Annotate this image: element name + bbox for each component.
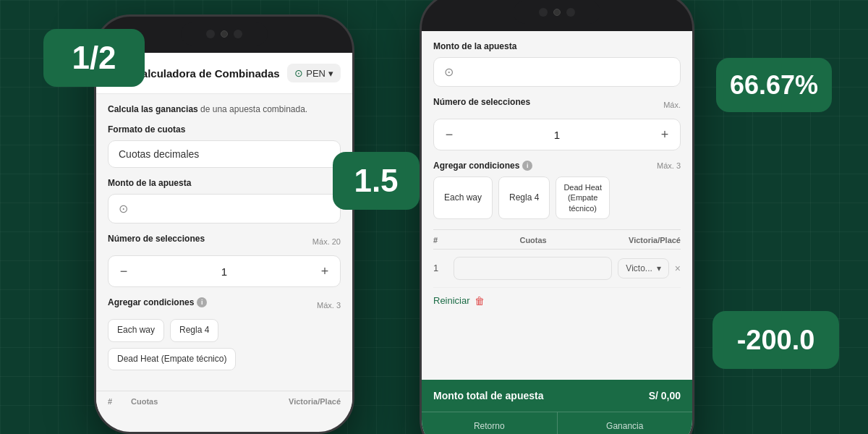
conditions-max: Máx. 3 (317, 301, 341, 310)
summary-total-label: Monto total de apuesta (433, 390, 543, 401)
subtitle-rest: de una apuesta combinada. (200, 104, 307, 114)
badge-half: 1/2 (43, 29, 145, 87)
stepper-value: 1 (139, 265, 310, 278)
dollar-icon: ⊙ (119, 202, 128, 216)
right-row-num: 1 (433, 263, 448, 273)
badge-half-text: 1/2 (72, 40, 116, 76)
selections-stepper: − 1 + (108, 255, 341, 287)
right-stepper-value: 1 (464, 129, 650, 141)
badge-negative-text: -200.0 (737, 325, 815, 356)
summary-ganancia-col: Ganancia S/ 0,00 (558, 412, 693, 434)
right-selections-row: Número de selecciones Máx. (433, 97, 681, 113)
phone-notch (181, 22, 268, 46)
right-form-body: Monto de la apuesta ⊙ Número de seleccio… (422, 31, 692, 324)
notch-camera (221, 30, 228, 38)
victoria-value: Victo... (626, 263, 652, 273)
summary-retorno-col: Retorno S/ 0,00 (422, 412, 558, 434)
stepper-increment[interactable]: + (310, 256, 340, 286)
chevron-down-icon: ▾ (328, 68, 333, 79)
right-th-cuotas: Cuotas (519, 236, 546, 244)
right-table-row: 1 Victo... ▾ × (433, 250, 681, 288)
notch-dot (206, 30, 215, 38)
badge-percent: 66.67% (716, 58, 832, 112)
ganancia-label: Ganancia (569, 421, 681, 431)
amount-input[interactable]: ⊙ (108, 194, 341, 224)
format-input[interactable]: Cuotas decimales (108, 140, 341, 168)
condition-regla4[interactable]: Regla 4 (170, 319, 218, 342)
reiniciar-row: Reiniciar 🗑 (433, 288, 681, 314)
conditions-header: Agregar condiciones i Máx. 3 (108, 297, 341, 313)
right-stepper: − 1 + (433, 119, 681, 150)
badge-negative: -200.0 (712, 311, 839, 369)
right-row-close[interactable]: × (675, 263, 681, 274)
selections-max: Máx. 20 (312, 237, 341, 246)
right-phone-notch (514, 1, 600, 24)
stepper-decrement[interactable]: − (109, 256, 139, 286)
right-conditions-section: Agregar condiciones i Máx. 3 Each way Re… (433, 161, 681, 219)
right-victoria-select[interactable]: Victo... ▾ (618, 258, 668, 278)
notch-dot2 (234, 30, 242, 38)
retorno-label: Retorno (433, 421, 545, 431)
subtitle-strong: Calcula las ganancias (108, 104, 198, 114)
table-header: # Cuotas Victoria/Placé (96, 391, 352, 412)
left-phone-content: ⊞ Calculadora de Combinadas ⊙ PEN ▾ Calc… (96, 53, 352, 432)
chevron-icon: ▾ (657, 263, 661, 273)
right-selections-max: Máx. (663, 101, 681, 109)
right-phone-content: Monto de la apuesta ⊙ Número de seleccio… (422, 31, 692, 434)
badge-15: 1.5 (333, 152, 420, 210)
right-stepper-decrement[interactable]: − (434, 119, 464, 150)
badge-15-text: 1.5 (354, 163, 398, 199)
right-table-header: # Cuotas Victoria/Placé (433, 229, 681, 250)
right-info-icon: i (522, 161, 532, 171)
th-victoria: Victoria/Placé (289, 397, 341, 406)
currency-label: PEN (306, 68, 326, 79)
right-phone: Monto de la apuesta ⊙ Número de seleccio… (420, 0, 694, 434)
summary-total-row: Monto total de apuesta S/ 0,00 (422, 380, 692, 412)
right-condition-each-way[interactable]: Each way (433, 176, 493, 219)
right-selections-label: Número de selecciones (433, 97, 530, 107)
info-icon: i (197, 297, 207, 307)
right-notch-dot (539, 8, 548, 17)
right-stepper-increment[interactable]: + (650, 119, 680, 150)
right-notch-camera (553, 9, 561, 16)
currency-selector[interactable]: ⊙ PEN ▾ (287, 64, 341, 82)
amount-section: Monto de la apuesta ⊙ (108, 178, 341, 224)
conditions-buttons: Each way Regla 4 Dead Heat (Empate técni… (108, 319, 341, 370)
badge-percent-text: 66.67% (730, 70, 818, 101)
condition-each-way[interactable]: Each way (108, 319, 164, 342)
right-amount-label: Monto de la apuesta (433, 41, 681, 51)
right-conditions-header: Agregar condiciones i Máx. 3 (433, 161, 681, 171)
condition-dead-heat[interactable]: Dead Heat (Empate técnico) (108, 348, 236, 371)
th-cuotas: Cuotas (131, 397, 280, 406)
right-condition-regla4[interactable]: Regla 4 (498, 176, 550, 219)
summary-bottom-row: Retorno S/ 0,00 Ganancia S/ 0,00 (422, 412, 692, 434)
selections-header: Número de selecciones Máx. 20 (108, 234, 341, 250)
right-th-num: # (433, 236, 438, 244)
trash-icon: 🗑 (475, 295, 485, 307)
app-subtitle: Calcula las ganancias de una apuesta com… (108, 104, 341, 114)
format-label: Formato de cuotas (108, 124, 341, 135)
right-conditions-buttons: Each way Regla 4 Dead Heat (Empate técni… (433, 176, 681, 219)
app-title: Calculadora de Combinadas (134, 67, 281, 80)
right-cuotas-input[interactable] (454, 257, 612, 280)
reiniciar-button[interactable]: Reiniciar (433, 295, 470, 306)
right-dollar-icon: ⊙ (444, 65, 454, 79)
right-condition-dead-heat[interactable]: Dead Heat (Empate técnico) (556, 176, 610, 219)
right-amount-input[interactable]: ⊙ (433, 57, 681, 87)
right-notch-dot2 (566, 8, 575, 17)
format-section: Formato de cuotas Cuotas decimales (108, 124, 341, 168)
summary-total-value: S/ 0,00 (649, 390, 681, 401)
th-num: # (108, 397, 122, 406)
selections-label: Número de selecciones (108, 234, 205, 244)
right-th-victoria: Victoria/Placé (629, 236, 681, 244)
right-amount-section: Monto de la apuesta ⊙ (433, 41, 681, 87)
format-value: Cuotas decimales (119, 148, 199, 160)
left-form-body: Calcula las ganancias de una apuesta com… (96, 94, 352, 391)
selections-section: Número de selecciones Máx. 20 − 1 + (108, 234, 341, 287)
amount-label: Monto de la apuesta (108, 178, 341, 188)
right-conditions-label: Agregar condiciones i (433, 161, 532, 171)
conditions-label: Agregar condiciones i (108, 297, 207, 307)
right-conditions-max: Máx. 3 (657, 161, 681, 170)
conditions-section: Agregar condiciones i Máx. 3 Each way Re… (108, 297, 341, 370)
right-selections-section: Número de selecciones Máx. − 1 + (433, 97, 681, 150)
